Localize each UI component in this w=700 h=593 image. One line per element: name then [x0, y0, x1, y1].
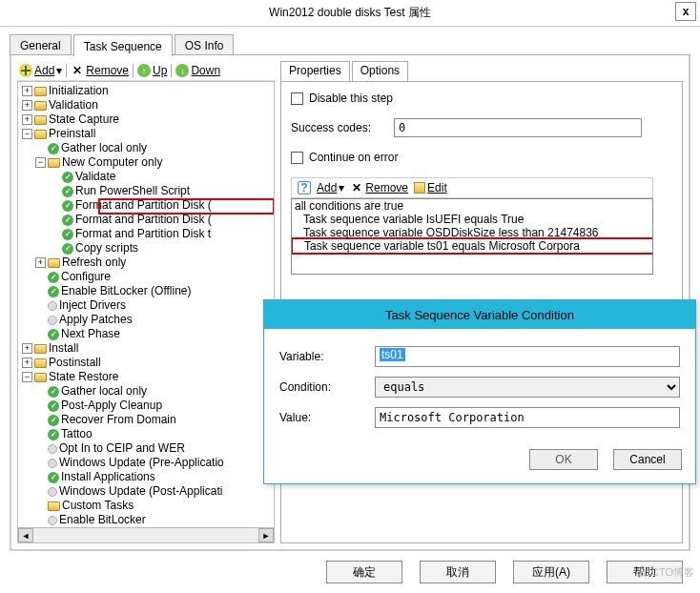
- tree-node[interactable]: Enable BitLocker: [59, 513, 146, 527]
- tree-node[interactable]: Initialization: [49, 84, 109, 98]
- tree-node[interactable]: State Restore: [49, 370, 118, 384]
- success-codes-label: Success codes:: [291, 121, 394, 134]
- add-icon: [19, 64, 32, 77]
- dialog-footer: 确定 取消 应用(A) 帮助: [326, 561, 683, 583]
- tree-node[interactable]: Refresh only: [62, 256, 126, 270]
- disable-step-checkbox[interactable]: [291, 92, 303, 105]
- condition-list[interactable]: all conditions are true Task sequence va…: [291, 198, 653, 275]
- tree-node[interactable]: New Computer only: [62, 155, 162, 170]
- tab-options[interactable]: Options: [352, 61, 408, 81]
- variable-label: Variable:: [279, 350, 375, 363]
- value-input[interactable]: [375, 407, 680, 428]
- dialog-ok-button[interactable]: OK: [529, 449, 598, 470]
- window-title: Win2012 double disks Test 属性: [269, 5, 431, 21]
- tab-task-sequence[interactable]: Task Sequence: [73, 34, 173, 56]
- cond-edit-button[interactable]: Edit: [414, 181, 447, 194]
- cond-remove-button[interactable]: ✕ Remove: [350, 181, 408, 194]
- remove-icon: ✕: [352, 181, 361, 194]
- tree-node[interactable]: Install Applications: [61, 470, 155, 484]
- tab-general[interactable]: General: [10, 34, 72, 54]
- folder-icon: [34, 87, 47, 96]
- add-button[interactable]: Add ▾: [19, 64, 62, 77]
- task-tree[interactable]: +Initialization +Validation +State Captu…: [17, 81, 275, 528]
- up-icon: ↑: [137, 64, 151, 77]
- tree-node[interactable]: Preinstall: [49, 127, 95, 141]
- tree-node[interactable]: Run PowerShell Script: [75, 184, 190, 198]
- tree-node[interactable]: Postinstall: [49, 356, 101, 370]
- condition-label: Condition:: [279, 380, 375, 394]
- tree-node[interactable]: Gather local only: [61, 141, 147, 155]
- tree-node[interactable]: Next Phase: [61, 327, 120, 341]
- tree-node[interactable]: Install: [49, 341, 78, 356]
- condition-toolbar: ? Add ▾ ✕ Remove Edit: [291, 177, 653, 198]
- continue-on-error-checkbox[interactable]: [291, 152, 303, 164]
- tree-node[interactable]: Validate: [75, 170, 115, 184]
- tree-node[interactable]: Apply Patches: [59, 313, 133, 327]
- tree-node[interactable]: Opt In to CEIP and WER: [59, 441, 185, 456]
- tree-node[interactable]: Validation: [49, 98, 98, 112]
- tab-properties[interactable]: Properties: [280, 61, 350, 81]
- tree-node[interactable]: Post-Apply Cleanup: [61, 399, 162, 413]
- tree-node[interactable]: Inject Drivers: [59, 298, 126, 313]
- tree-node[interactable]: Copy scripts: [75, 241, 138, 256]
- tree-node[interactable]: Recover From Domain: [61, 413, 176, 427]
- tree-node[interactable]: Format and Partition Disk (: [75, 198, 212, 213]
- condition-item[interactable]: Task sequence variable OSDDiskSize less …: [292, 226, 652, 239]
- tree-node[interactable]: State Capture: [49, 112, 119, 127]
- cancel-button[interactable]: 取消: [420, 561, 496, 583]
- title-bar: Win2012 double disks Test 属性 x: [0, 0, 700, 27]
- remove-button[interactable]: ✕ Remove: [71, 64, 129, 77]
- tree-node[interactable]: Windows Update (Pre-Applicatio: [59, 456, 224, 470]
- close-icon: x: [683, 5, 690, 18]
- success-codes-input[interactable]: [394, 118, 642, 137]
- tree-node[interactable]: Windows Update (Post-Applicati: [59, 484, 222, 499]
- dialog-cancel-button[interactable]: Cancel: [613, 449, 682, 470]
- tree-node-selected[interactable]: Format and Partition Disk (: [75, 213, 212, 227]
- ok-button[interactable]: 确定: [326, 561, 402, 583]
- tree-node[interactable]: Enable BitLocker (Offline): [61, 284, 192, 298]
- disable-step-label: Disable this step: [309, 92, 393, 105]
- down-button[interactable]: ↓ Down: [175, 64, 220, 77]
- apply-button[interactable]: 应用(A): [513, 561, 589, 583]
- horizontal-scrollbar[interactable]: ◄►: [17, 528, 275, 543]
- tab-os-info[interactable]: OS Info: [175, 34, 235, 54]
- value-label: Value:: [279, 411, 375, 424]
- down-icon: ↓: [175, 64, 189, 77]
- condition-item-highlighted[interactable]: Task sequence variable ts01 equals Micro…: [291, 237, 653, 255]
- condition-item[interactable]: all conditions are true: [292, 199, 652, 213]
- edit-icon: [414, 182, 425, 194]
- tree-node[interactable]: Gather local only: [61, 384, 147, 399]
- main-tabs: General Task Sequence OS Info: [10, 34, 690, 55]
- tree-node[interactable]: Tattoo: [61, 427, 93, 441]
- remove-icon: ✕: [72, 64, 82, 77]
- up-button[interactable]: ↑ Up: [137, 64, 167, 77]
- task-toolbar: Add ▾ ✕ Remove ↑ Up ↓ Down: [17, 61, 275, 81]
- right-tabs: Properties Options: [280, 61, 683, 81]
- close-button[interactable]: x: [675, 2, 696, 21]
- expand-icon[interactable]: +: [22, 86, 32, 96]
- dialog-title: Task Sequence Variable Condition: [264, 300, 695, 329]
- variable-input[interactable]: ts01: [375, 346, 680, 367]
- tree-node[interactable]: Format and Partition Disk t: [75, 227, 211, 241]
- condition-select[interactable]: equals: [375, 377, 680, 398]
- tree-node[interactable]: Custom Tasks: [62, 499, 134, 513]
- help-button[interactable]: 帮助: [607, 561, 683, 583]
- cond-add-button[interactable]: Add ▾: [317, 181, 344, 194]
- step-icon: [48, 301, 57, 311]
- variable-condition-dialog: Task Sequence Variable Condition Variabl…: [263, 299, 696, 484]
- condition-item[interactable]: Task sequence variable IsUEFI equals Tru…: [292, 213, 652, 226]
- continue-on-error-label: Continue on error: [309, 151, 398, 164]
- help-icon[interactable]: ?: [298, 181, 311, 194]
- check-icon: ✓: [48, 143, 59, 154]
- tree-node[interactable]: Configure: [61, 270, 111, 284]
